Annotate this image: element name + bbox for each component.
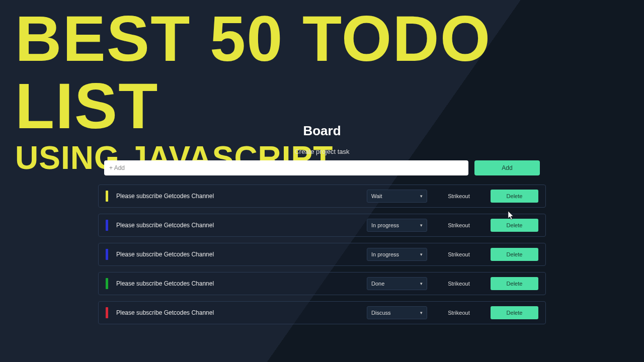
status-value: Discuss <box>371 310 391 316</box>
add-button[interactable]: Add <box>474 160 540 175</box>
board-title: Board <box>98 123 546 139</box>
status-value: In progress <box>371 251 399 257</box>
task-text: Please subscribe Getcodes Channel <box>116 222 367 229</box>
status-select[interactable]: In progress ▾ <box>367 219 427 232</box>
task-list: Please subscribe Getcodes Channel Wait ▾… <box>98 185 546 324</box>
task-row: Please subscribe Getcodes Channel Discus… <box>98 301 546 324</box>
strikeout-button[interactable]: Strikeout <box>441 222 476 228</box>
task-row: Please subscribe Getcodes Channel Wait ▾… <box>98 185 546 208</box>
status-color-bar <box>106 278 108 289</box>
delete-button[interactable]: Delete <box>491 306 538 319</box>
status-select[interactable]: Done ▾ <box>367 277 427 290</box>
chevron-down-icon: ▾ <box>420 281 423 286</box>
add-task-row: Add <box>98 160 546 175</box>
headline-main: BEST 50 TODO LIST <box>15 5 644 140</box>
strikeout-button[interactable]: Strikeout <box>441 310 476 316</box>
status-value: In progress <box>371 222 399 228</box>
status-value: Done <box>371 281 384 287</box>
delete-button[interactable]: Delete <box>491 248 538 261</box>
status-select[interactable]: In progress ▾ <box>367 248 427 261</box>
strikeout-button[interactable]: Strikeout <box>441 193 476 199</box>
add-task-input[interactable] <box>104 160 468 175</box>
task-row: Please subscribe Getcodes Channel Done ▾… <box>98 272 546 295</box>
strikeout-button[interactable]: Strikeout <box>441 251 476 257</box>
status-color-bar <box>106 191 108 202</box>
status-color-bar <box>106 220 108 231</box>
task-row: Please subscribe Getcodes Channel In pro… <box>98 243 546 266</box>
chevron-down-icon: ▾ <box>420 252 423 257</box>
delete-button[interactable]: Delete <box>491 277 538 290</box>
create-task-label: Create project task <box>98 148 546 155</box>
task-row: Please subscribe Getcodes Channel In pro… <box>98 214 546 237</box>
chevron-down-icon: ▾ <box>420 194 423 199</box>
chevron-down-icon: ▾ <box>420 310 423 315</box>
status-color-bar <box>106 307 108 318</box>
task-text: Please subscribe Getcodes Channel <box>116 309 367 316</box>
task-text: Please subscribe Getcodes Channel <box>116 280 367 287</box>
chevron-down-icon: ▾ <box>420 223 423 228</box>
status-select[interactable]: Wait ▾ <box>367 190 427 203</box>
task-text: Please subscribe Getcodes Channel <box>116 193 367 200</box>
status-value: Wait <box>371 193 382 199</box>
delete-button[interactable]: Delete <box>491 190 538 203</box>
status-color-bar <box>106 249 108 260</box>
status-select[interactable]: Discuss ▾ <box>367 306 427 319</box>
board-container: Board Create project task Add Please sub… <box>98 123 546 330</box>
delete-button[interactable]: Delete <box>491 219 538 232</box>
task-text: Please subscribe Getcodes Channel <box>116 251 367 258</box>
strikeout-button[interactable]: Strikeout <box>441 281 476 287</box>
